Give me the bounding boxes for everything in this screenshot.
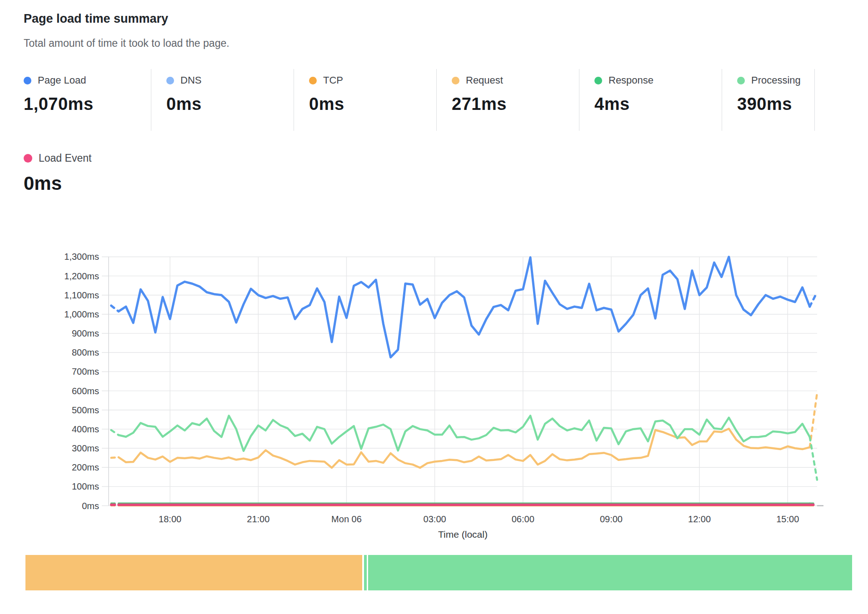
series-page-load-dashed xyxy=(111,306,119,312)
dns-legend-dot xyxy=(166,77,174,84)
page-title: Page load time summary xyxy=(24,12,168,26)
metric-dns[interactable]: DNS 0ms xyxy=(166,73,303,114)
metric-processing[interactable]: Processing 390ms xyxy=(737,73,868,114)
metric-divider xyxy=(814,69,815,131)
x-tick-label: 18:00 xyxy=(159,514,181,524)
metric-divider xyxy=(579,69,579,131)
y-tick-label: 400ms xyxy=(72,424,99,434)
series-page-load-dashed xyxy=(810,292,817,307)
response-legend-dot xyxy=(594,77,602,84)
x-axis-title: Time (local) xyxy=(438,529,488,540)
metric-value: 390ms xyxy=(737,94,868,114)
metric-label: Page Load xyxy=(38,74,86,86)
metric-label: TCP xyxy=(323,74,343,86)
range-bar-processing-segment[interactable] xyxy=(368,555,852,590)
metric-response[interactable]: Response 4ms xyxy=(594,73,731,114)
metric-value: 0ms xyxy=(24,173,91,194)
page-load-legend-dot xyxy=(24,77,31,84)
load-event-legend-dot xyxy=(24,154,32,163)
metric-value: 271ms xyxy=(452,94,588,114)
page-load-summary-panel: Page load time summary Total amount of t… xyxy=(0,0,868,614)
y-tick-label: 1,000ms xyxy=(64,309,99,319)
request-legend-dot xyxy=(452,77,459,84)
range-bar-request-segment[interactable] xyxy=(25,555,362,590)
x-tick-label: 06:00 xyxy=(512,514,534,524)
y-tick-label: 1,200ms xyxy=(64,271,99,281)
x-tick-label: 12:00 xyxy=(688,514,711,524)
y-tick-label: 100ms xyxy=(72,481,99,491)
series-processing-dashed xyxy=(111,430,119,435)
y-tick-label: 1,300ms xyxy=(64,252,99,262)
page-subtitle: Total amount of time it took to load the… xyxy=(24,37,229,50)
x-tick-label: Mon 06 xyxy=(331,514,362,524)
metric-value: 0ms xyxy=(166,94,303,114)
metric-value: 1,070ms xyxy=(24,94,160,114)
metric-page-load[interactable]: Page Load 1,070ms xyxy=(24,73,160,114)
metric-divider xyxy=(436,69,437,131)
metric-tcp[interactable]: TCP 0ms xyxy=(309,73,445,114)
y-tick-label: 600ms xyxy=(72,386,99,396)
metric-label: Processing xyxy=(751,74,801,86)
series-processing-line xyxy=(119,416,810,451)
x-tick-label: 21:00 xyxy=(247,514,269,524)
metric-load-event[interactable]: Load Event 0ms xyxy=(24,150,91,194)
y-tick-label: 200ms xyxy=(72,462,99,472)
metric-value: 0ms xyxy=(309,94,445,114)
y-tick-label: 300ms xyxy=(72,443,99,453)
metric-divider xyxy=(294,69,294,131)
x-tick-label: 09:00 xyxy=(600,514,623,524)
series-page-load-line xyxy=(119,257,810,357)
metrics-legend-row: Page Load 1,070ms DNS 0ms TCP 0ms Reques… xyxy=(0,73,868,127)
y-tick-label: 900ms xyxy=(72,328,99,338)
metric-request[interactable]: Request 271ms xyxy=(452,73,588,114)
metric-label: Load Event xyxy=(39,152,91,164)
timeline-range-bar[interactable] xyxy=(25,555,852,590)
y-tick-label: 0ms xyxy=(82,501,99,511)
y-tick-label: 500ms xyxy=(72,405,99,415)
x-tick-label: 03:00 xyxy=(424,514,446,524)
metric-label: Response xyxy=(609,74,653,86)
metric-value: 4ms xyxy=(594,94,731,114)
processing-legend-dot xyxy=(737,77,745,84)
y-tick-label: 1,100ms xyxy=(64,290,99,300)
tcp-legend-dot xyxy=(309,77,317,84)
metric-divider xyxy=(722,69,722,131)
series-request-dashed xyxy=(111,457,119,458)
y-tick-label: 800ms xyxy=(72,347,99,357)
metric-label: DNS xyxy=(180,74,201,86)
load-time-chart[interactable]: 0ms100ms200ms300ms400ms500ms600ms700ms80… xyxy=(0,195,868,550)
x-tick-label: 15:00 xyxy=(776,514,799,524)
metric-divider xyxy=(151,69,151,131)
y-tick-label: 700ms xyxy=(72,366,99,376)
metric-label: Request xyxy=(466,74,503,86)
